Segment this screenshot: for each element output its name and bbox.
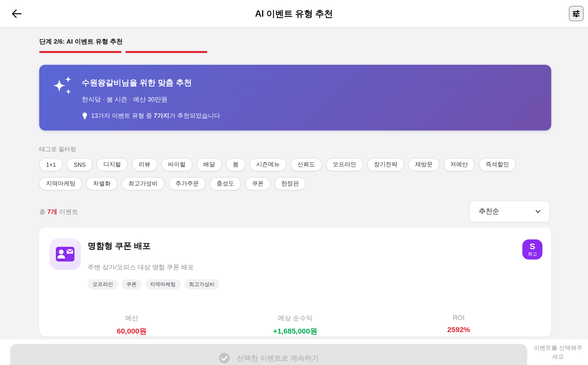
filter-tag-chip[interactable]: 한정판 (274, 177, 306, 190)
filter-tag-chip[interactable]: 차별화 (86, 177, 118, 190)
stat-value: +1,685,000원 (213, 327, 377, 336)
page-title: AI 이벤트 유형 추천 (0, 0, 588, 27)
filter-tag-chip[interactable]: 시즌메뉴 (249, 158, 287, 171)
filter-tag-chip[interactable]: 쿠폰 (245, 177, 270, 190)
stat-label: ROI (377, 314, 540, 321)
stat-value: 2592% (377, 325, 540, 334)
grade-badge: S 최고 (522, 239, 542, 260)
filter-settings-button[interactable] (569, 6, 584, 21)
filter-tag-chip[interactable]: 바이럴 (161, 158, 193, 171)
tune-sliders-icon (572, 9, 581, 18)
filter-tag-chip[interactable]: 1+1 (39, 158, 63, 171)
grade-badge-label: 최고 (528, 252, 537, 257)
filter-tag-chip[interactable]: 신뢰도 (291, 158, 322, 171)
event-card-tag: 최고가성비 (184, 279, 220, 289)
stat-label: 예산 (50, 314, 213, 323)
progress-segment (39, 51, 121, 53)
event-count-number: 7개 (47, 208, 57, 215)
header-bar: AI 이벤트 유형 추천 (0, 0, 588, 27)
event-card-stats: 예산60,000원예상 순수익+1,685,000원ROI2592% (50, 314, 540, 336)
filter-tag-chip[interactable]: 봄 (226, 158, 245, 171)
grade-badge-grade: S (530, 243, 535, 251)
banner-note: 13가지 이벤트 유형 중 7가지가 추천되었습니다 (82, 112, 220, 120)
progress-bar (39, 51, 551, 53)
lightbulb-icon (82, 112, 88, 120)
contact-card-icon (56, 247, 74, 261)
recommendation-banner: 수원왕갈비님을 위한 맞춤 추천 한식당 · 봄 시즌 · 예산 30만원 13… (39, 65, 551, 130)
event-card-tag: 오프라인 (88, 279, 118, 289)
event-card-title: 명함형 쿠폰 배포 (88, 240, 151, 252)
check-circle-icon (219, 352, 230, 364)
filter-tag-chip[interactable]: 장기전략 (367, 158, 404, 171)
filter-tag-chip[interactable]: 충성도 (210, 177, 241, 190)
sort-dropdown-value: 추천순 (479, 207, 535, 216)
event-count: 총 7개 이벤트 (39, 208, 78, 216)
filter-tag-chip[interactable]: 오프라인 (326, 158, 363, 171)
step-label: 단계 2/6: AI 이벤트 유형 추천 (39, 37, 123, 46)
continue-button[interactable]: 선택한 이벤트로 계속하기 (10, 344, 527, 365)
event-card-stat: 예상 순수익+1,685,000원 (213, 314, 377, 336)
banner-note-text: 13가지 이벤트 유형 중 7가지가 추천되었습니다 (91, 112, 220, 120)
filter-tag-chip[interactable]: 배달 (196, 158, 222, 171)
footer-bar: 선택한 이벤트로 계속하기 이벤트를 선택해주 세요 (0, 339, 588, 365)
banner-subtitle: 한식당 · 봄 시즌 · 예산 30만원 (82, 95, 168, 104)
filter-tag-chip[interactable]: 즉석할인 (479, 158, 516, 171)
filter-tag-chip[interactable]: 디지털 (97, 158, 128, 171)
filter-tag-chip[interactable]: 재방문 (408, 158, 440, 171)
progress-segment (125, 51, 207, 53)
progress-segment (297, 51, 379, 53)
filter-tag-chip[interactable]: 리뷰 (132, 158, 157, 171)
chevron-down-icon (535, 208, 541, 215)
event-card-stat: ROI2592% (377, 314, 540, 336)
filter-tag-chip[interactable]: 최고가성비 (122, 177, 165, 190)
app-scale-layer: AI 이벤트 유형 추천 단계 2/6: AI 이벤트 유형 추천 (0, 0, 588, 365)
event-card-tag: 지역마케팅 (145, 279, 181, 289)
progress-segment (383, 51, 465, 53)
continue-button-label: 선택한 이벤트로 계속하기 (237, 353, 319, 363)
filter-tag-chip[interactable]: 추가주문 (169, 177, 206, 190)
progress-segment (211, 51, 293, 53)
filter-tag-chip[interactable]: 지역마케팅 (39, 177, 82, 190)
filter-tag-chip[interactable]: 저예산 (443, 158, 475, 171)
event-card-stat: 예산60,000원 (50, 314, 213, 336)
app-root: AI 이벤트 유형 추천 단계 2/6: AI 이벤트 유형 추천 (0, 0, 588, 365)
selection-hint: 이벤트를 선택해주 세요 (529, 343, 587, 361)
progress-segment (469, 51, 551, 53)
banner-title: 수원왕갈비님을 위한 맞춤 추천 (82, 78, 192, 88)
sparkles-icon (51, 75, 74, 97)
event-card[interactable]: 명함형 쿠폰 배포 주변 상가/오피스 대상 명함 쿠폰 배포 오프라인쿠폰지역… (39, 228, 551, 337)
stat-label: 예상 순수익 (213, 314, 377, 323)
selection-hint-line1: 이벤트를 선택해주 (529, 343, 587, 352)
sort-dropdown[interactable]: 추천순 (469, 201, 550, 222)
event-card-icon-container (49, 238, 81, 270)
event-card-tag-list: 오프라인쿠폰지역마케팅최고가성비 (88, 279, 220, 289)
selection-hint-line2: 세요 (529, 352, 587, 361)
filter-section-label: 태그로 필터링 (39, 145, 76, 154)
event-card-description: 주변 상가/오피스 대상 명함 쿠폰 배포 (88, 263, 194, 272)
filter-tag-chip[interactable]: SNS (67, 158, 93, 171)
filter-tag-list: 1+1SNS디지털리뷰바이럴배달봄시즌메뉴신뢰도오프라인장기전략재방문저예산즉석… (39, 158, 554, 190)
event-card-tag: 쿠폰 (122, 279, 142, 289)
stat-value: 60,000원 (50, 327, 213, 336)
